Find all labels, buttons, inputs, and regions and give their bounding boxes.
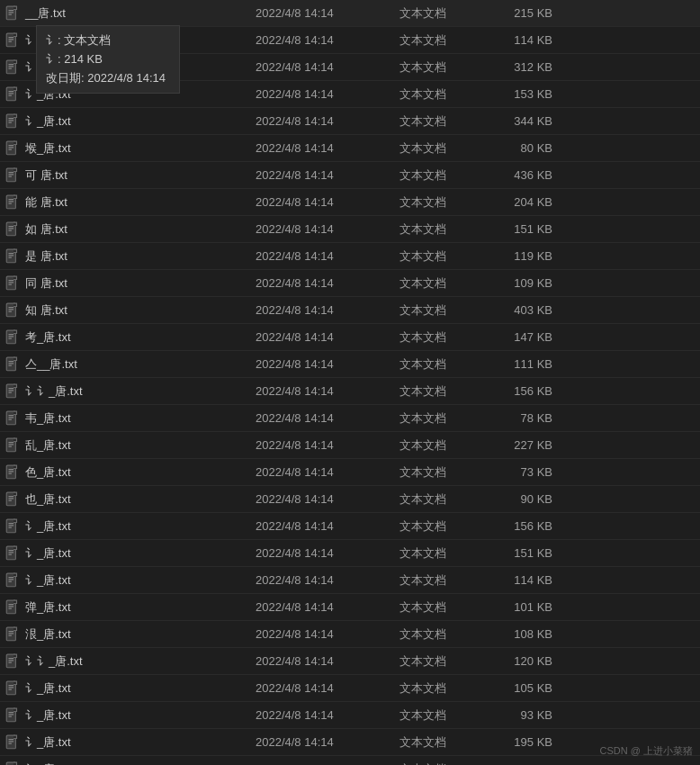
table-row[interactable]: 讠讠_唐.txt2022/4/8 14:14文本文档120 KB <box>0 648 700 675</box>
table-row[interactable]: 如 唐.txt2022/4/8 14:14文本文档151 KB <box>0 216 700 243</box>
file-icon <box>4 302 22 320</box>
table-row[interactable]: 亼__唐.txt2022/4/8 14:14文本文档111 KB <box>0 351 700 378</box>
file-type: 文本文档 <box>399 248 489 265</box>
file-size: 109 KB <box>489 276 561 290</box>
file-date: 2022/4/8 14:14 <box>256 519 399 533</box>
file-size: 204 KB <box>489 195 561 209</box>
file-date: 2022/4/8 14:14 <box>256 600 399 614</box>
file-icon <box>4 626 22 644</box>
table-row[interactable]: 讠_唐.txt2022/4/8 14:14文本文档344 KB <box>0 108 700 135</box>
table-row[interactable]: 乱_唐.txt2022/4/8 14:14文本文档227 KB <box>0 432 700 459</box>
file-icon <box>4 518 22 536</box>
table-row[interactable]: 讠_唐.txt2022/4/8 14:14文本文档149 KB <box>0 756 700 765</box>
file-name: 讠_唐.txt <box>4 734 256 752</box>
table-row[interactable]: 是 唐.txt2022/4/8 14:14文本文档119 KB <box>0 243 700 270</box>
table-row[interactable]: 可 唐.txt2022/4/8 14:14文本文档436 KB <box>0 162 700 189</box>
table-row[interactable]: 讠讠_唐.txt2022/4/8 14:14文本文档156 KB <box>0 378 700 405</box>
file-size: 195 KB <box>489 735 561 749</box>
table-row[interactable]: 同 唐.txt2022/4/8 14:14文本文档109 KB <box>0 270 700 297</box>
file-name: 可 唐.txt <box>4 166 256 184</box>
file-size: 156 KB <box>489 384 561 398</box>
file-icon <box>4 734 22 752</box>
file-icon <box>4 410 22 428</box>
table-row[interactable]: 知 唐.txt2022/4/8 14:14文本文档403 KB <box>0 297 700 324</box>
file-icon <box>4 598 22 616</box>
table-row[interactable]: 色_唐.txt2022/4/8 14:14文本文档73 KB <box>0 459 700 486</box>
table-row[interactable]: __唐.txt2022/4/8 14:14文本文档215 KB讠: 文本文档 讠… <box>0 0 700 27</box>
file-size: 90 KB <box>489 492 561 506</box>
file-type: 文本文档 <box>399 410 489 427</box>
file-type: 文本文档 <box>399 5 489 22</box>
file-list[interactable]: __唐.txt2022/4/8 14:14文本文档215 KB讠: 文本文档 讠… <box>0 0 700 765</box>
file-size: 156 KB <box>489 519 561 533</box>
file-type: 文本文档 <box>399 194 489 211</box>
file-date: 2022/4/8 14:14 <box>256 411 399 425</box>
file-date: 2022/4/8 14:14 <box>256 492 399 506</box>
table-row[interactable]: 讠_唐.txt2022/4/8 14:14文本文档105 KB <box>0 675 700 702</box>
table-row[interactable]: 讠_唐.txt2022/4/8 14:14文本文档156 KB <box>0 513 700 540</box>
file-type: 文本文档 <box>399 383 489 400</box>
file-name: 是 唐.txt <box>4 248 256 266</box>
watermark: CSDN @ 上进小菜猪 <box>600 744 693 758</box>
file-icon <box>4 194 22 212</box>
file-date: 2022/4/8 14:14 <box>256 168 399 182</box>
table-row[interactable]: 讠_文本文档2022/4/8 14:14文本文档114 KB <box>0 27 700 54</box>
file-type: 文本文档 <box>399 140 489 157</box>
table-row[interactable]: 考_唐.txt2022/4/8 14:14文本文档147 KB <box>0 324 700 351</box>
file-type: 文本文档 <box>399 518 489 535</box>
file-date: 2022/4/8 14:14 <box>256 573 399 587</box>
file-icon <box>4 166 22 184</box>
table-row[interactable]: 也_唐.txt2022/4/8 14:14文本文档90 KB <box>0 486 700 513</box>
file-size: 119 KB <box>489 249 561 263</box>
file-name: 讠_唐.txt <box>4 58 256 76</box>
file-name: 弹_唐.txt <box>4 598 256 616</box>
file-date: 2022/4/8 14:14 <box>256 249 399 263</box>
file-icon <box>4 706 22 724</box>
file-icon <box>4 58 22 76</box>
file-icon <box>4 760 22 766</box>
file-size: 151 KB <box>489 222 561 236</box>
file-type: 文本文档 <box>399 653 489 670</box>
file-size: 215 KB <box>489 6 561 20</box>
table-row[interactable]: 泿_唐.txt2022/4/8 14:14文本文档108 KB <box>0 621 700 648</box>
file-size: 344 KB <box>489 114 561 128</box>
file-type: 文本文档 <box>399 356 489 373</box>
file-date: 2022/4/8 14:14 <box>256 114 399 128</box>
file-name: 讠讠_唐.txt <box>4 382 256 400</box>
file-date: 2022/4/8 14:14 <box>256 654 399 668</box>
file-icon <box>4 680 22 698</box>
file-icon <box>4 652 22 670</box>
file-icon <box>4 382 22 400</box>
file-size: 73 KB <box>489 465 561 479</box>
file-size: 78 KB <box>489 411 561 425</box>
table-row[interactable]: 韦_唐.txt2022/4/8 14:14文本文档78 KB <box>0 405 700 432</box>
file-icon <box>4 112 22 130</box>
file-date: 2022/4/8 14:14 <box>256 141 399 155</box>
file-date: 2022/4/8 14:14 <box>256 438 399 452</box>
file-name: 讠_文本文档 <box>4 32 256 50</box>
file-date: 2022/4/8 14:14 <box>256 6 399 20</box>
file-icon <box>4 4 22 22</box>
file-size: 312 KB <box>489 60 561 74</box>
table-row[interactable]: 讠_唐.txt2022/4/8 14:14文本文档114 KB <box>0 567 700 594</box>
file-icon <box>4 490 22 508</box>
table-row[interactable]: 能 唐.txt2022/4/8 14:14文本文档204 KB <box>0 189 700 216</box>
table-row[interactable]: 堠_唐.txt2022/4/8 14:14文本文档80 KB <box>0 135 700 162</box>
file-name: 讠_唐.txt <box>4 572 256 590</box>
table-row[interactable]: 讠_唐.txt2022/4/8 14:14文本文档151 KB <box>0 540 700 567</box>
file-date: 2022/4/8 14:14 <box>256 87 399 101</box>
file-type: 文本文档 <box>399 464 489 481</box>
file-name: 讠讠_唐.txt <box>4 652 256 670</box>
file-name: 讠_唐.txt <box>4 680 256 698</box>
file-type: 文本文档 <box>399 221 489 238</box>
table-row[interactable]: 讠_唐.txt2022/4/8 14:14文本文档312 KB <box>0 54 700 81</box>
file-size: 111 KB <box>489 357 561 371</box>
file-name: 堠_唐.txt <box>4 140 256 158</box>
table-row[interactable]: 讠_唐.txt2022/4/8 14:14文本文档195 KB <box>0 729 700 756</box>
file-type: 文本文档 <box>399 32 489 49</box>
file-icon <box>4 86 22 104</box>
table-row[interactable]: 讠_唐.txt2022/4/8 14:14文本文档93 KB <box>0 702 700 729</box>
file-size: 147 KB <box>489 330 561 344</box>
table-row[interactable]: 讠_唐.txt2022/4/8 14:14文本文档153 KB <box>0 81 700 108</box>
table-row[interactable]: 弹_唐.txt2022/4/8 14:14文本文档101 KB <box>0 594 700 621</box>
